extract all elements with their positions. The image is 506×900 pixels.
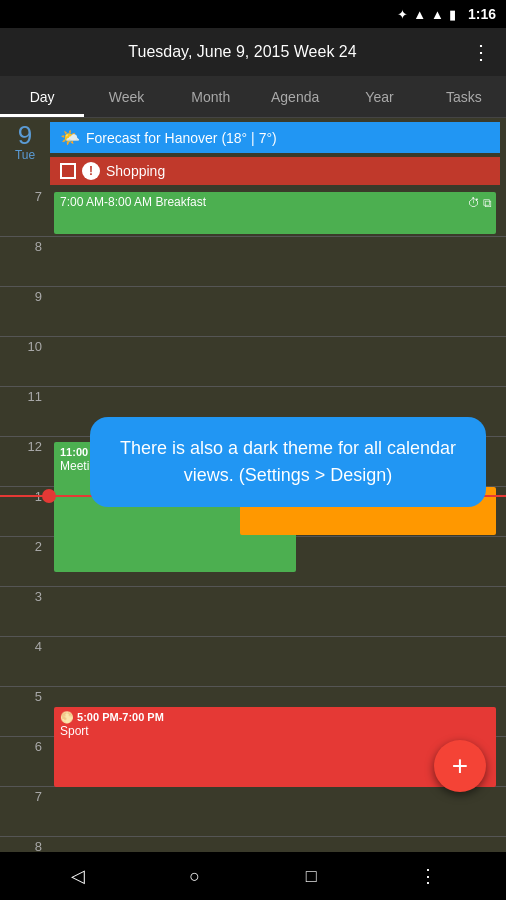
time-label-9: 9 bbox=[0, 287, 50, 336]
tooltip-bubble: There is also a dark theme for all calen… bbox=[90, 417, 486, 507]
time-label-6: 6 bbox=[0, 737, 50, 786]
time-row-8: 8 bbox=[0, 237, 506, 287]
recents-icon: □ bbox=[306, 866, 317, 887]
time-row-9: 9 bbox=[0, 287, 506, 337]
shopping-checkbox[interactable] bbox=[60, 163, 76, 179]
nav-more-button[interactable]: ⋮ bbox=[408, 856, 448, 896]
more-menu-button[interactable]: ⋮ bbox=[471, 40, 492, 64]
shopping-label: Shopping bbox=[106, 163, 165, 179]
time-row-7b: 7 bbox=[0, 787, 506, 837]
time-label-11: 11 bbox=[0, 387, 50, 436]
sport-event-time: 🌕 5:00 PM-7:00 PM bbox=[60, 710, 490, 724]
bluetooth-icon: ✦ bbox=[397, 7, 408, 22]
status-icons: ✦ ▲ ▲ ▮ bbox=[397, 7, 456, 22]
time-label-5: 5 bbox=[0, 687, 50, 736]
time-label-2: 2 bbox=[0, 537, 50, 586]
time-label-7b: 7 bbox=[0, 787, 50, 836]
shopping-alert-icon: ! bbox=[82, 162, 100, 180]
time-row-8b: 8 bbox=[0, 837, 506, 852]
time-row-4: 4 bbox=[0, 637, 506, 687]
back-button[interactable]: ◁ bbox=[58, 856, 98, 896]
sport-event[interactable]: 🌕 5:00 PM-7:00 PM Sport bbox=[54, 707, 496, 787]
battery-icon: ▮ bbox=[449, 7, 456, 22]
day-header: 9 Tue bbox=[0, 118, 50, 187]
breakfast-event-icons: ⏱ ⧉ bbox=[468, 196, 492, 212]
app-header: Tuesday, June 9, 2015 Week 24 ⋮ bbox=[0, 28, 506, 76]
tab-week[interactable]: Week bbox=[84, 76, 168, 117]
add-event-fab[interactable]: + bbox=[434, 740, 486, 792]
time-label-8b: 8 bbox=[0, 837, 50, 852]
tooltip-text: There is also a dark theme for all calen… bbox=[120, 438, 456, 485]
time-grid: 7 8 9 10 11 12 1 2 bbox=[0, 187, 506, 852]
tab-agenda[interactable]: Agenda bbox=[253, 76, 337, 117]
wifi-icon: ▲ bbox=[413, 7, 426, 22]
tab-tasks[interactable]: Tasks bbox=[422, 76, 506, 117]
sport-event-name: Sport bbox=[60, 724, 490, 740]
home-icon: ○ bbox=[189, 866, 200, 887]
home-button[interactable]: ○ bbox=[175, 856, 215, 896]
status-time: 1:16 bbox=[468, 6, 496, 22]
recents-button[interactable]: □ bbox=[291, 856, 331, 896]
time-row-3: 3 bbox=[0, 587, 506, 637]
time-row-10: 10 bbox=[0, 337, 506, 387]
all-day-events: 9 Tue 🌤️ Forecast for Hanover (18° | 7°)… bbox=[0, 118, 506, 187]
forecast-icon: 🌤️ bbox=[60, 128, 80, 147]
sport-emoji: 🌕 bbox=[60, 711, 74, 723]
time-label-12: 12 bbox=[0, 437, 50, 486]
clock-icon: ⏱ bbox=[468, 196, 480, 212]
breakfast-event-time: 7:00 AM-8:00 AM Breakfast bbox=[60, 195, 206, 209]
time-label-3: 3 bbox=[0, 587, 50, 636]
add-icon: + bbox=[452, 750, 468, 782]
day-number: 9 bbox=[18, 122, 32, 148]
tab-bar: Day Week Month Agenda Year Tasks bbox=[0, 76, 506, 118]
time-label-7: 7 bbox=[0, 187, 50, 236]
time-label-10: 10 bbox=[0, 337, 50, 386]
time-label-4: 4 bbox=[0, 637, 50, 686]
signal-icon: ▲ bbox=[431, 7, 444, 22]
tab-day[interactable]: Day bbox=[0, 76, 84, 117]
back-icon: ◁ bbox=[71, 865, 85, 887]
forecast-label: Forecast for Hanover (18° | 7°) bbox=[86, 130, 277, 146]
tab-year[interactable]: Year bbox=[337, 76, 421, 117]
breakfast-event[interactable]: 7:00 AM-8:00 AM Breakfast ⏱ ⧉ bbox=[54, 192, 496, 234]
expand-icon: ⧉ bbox=[483, 196, 492, 212]
current-time-dot bbox=[42, 489, 56, 503]
day-name: Tue bbox=[15, 148, 35, 162]
bottom-nav: ◁ ○ □ ⋮ bbox=[0, 852, 506, 900]
header-title: Tuesday, June 9, 2015 Week 24 bbox=[38, 43, 447, 61]
tab-month[interactable]: Month bbox=[169, 76, 253, 117]
forecast-event[interactable]: 🌤️ Forecast for Hanover (18° | 7°) bbox=[50, 122, 500, 153]
status-bar: ✦ ▲ ▲ ▮ 1:16 bbox=[0, 0, 506, 28]
time-label-8: 8 bbox=[0, 237, 50, 286]
nav-more-icon: ⋮ bbox=[419, 865, 437, 887]
calendar-content: 9 Tue 🌤️ Forecast for Hanover (18° | 7°)… bbox=[0, 118, 506, 852]
shopping-event[interactable]: ! Shopping bbox=[50, 157, 500, 185]
